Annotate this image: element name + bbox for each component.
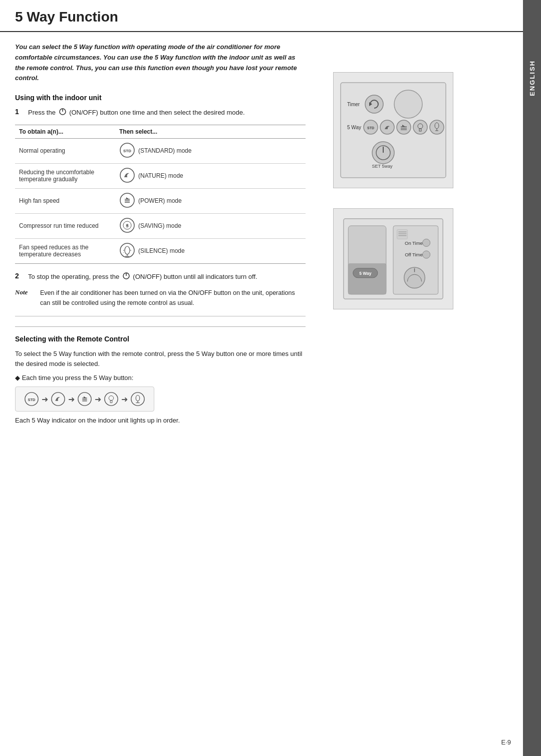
remote-section: Selecting with the Remote Control To sel… [15, 335, 306, 424]
power-mode-label: (POWER) mode [138, 197, 182, 204]
content-layout: You can select the 5 Way function with o… [0, 32, 523, 434]
table-row: Fan speed reduces as the temperature dec… [15, 238, 306, 263]
seq-silence-icon [130, 391, 146, 407]
svg-point-24 [52, 393, 65, 406]
seq-power-icon [77, 391, 93, 407]
end-text: Each 5 Way indicator on the indoor unit … [15, 417, 306, 424]
section1-heading: Using with the indoor unit [15, 94, 306, 102]
page-container: 5 Way Function You can select the 5 Way … [0, 0, 541, 756]
svg-point-31 [109, 396, 113, 401]
step1-container: 1 Press the (ON/OFF) button one time and… [15, 108, 306, 119]
svg-line-19 [123, 252, 124, 253]
language-label: ENGLISH [528, 60, 536, 96]
step1-text: Press the (ON/OFF) button one time and t… [28, 108, 245, 119]
intro-text: You can select the 5 Way function with o… [15, 42, 306, 84]
mode-table: To obtain a(n)... Then select... Normal … [15, 125, 306, 264]
page-number: E·9 [501, 738, 511, 746]
seq-nature-icon [50, 391, 66, 407]
svg-point-38 [365, 95, 383, 113]
svg-text:Timer: Timer [347, 102, 360, 107]
language-sidebar: ENGLISH [523, 0, 541, 756]
svg-text:$: $ [126, 223, 128, 228]
seq-std-icon: STD [24, 391, 40, 407]
table-cell-mode: STD (STANDARD) mode [115, 138, 306, 163]
svg-point-25 [78, 393, 91, 406]
svg-point-30 [105, 393, 118, 406]
table-cell-mode: $ (SAVING) mode [115, 213, 306, 238]
step2-area: 2 To stop the operating, press the (ON/O… [15, 272, 306, 283]
step1-number: 1 [15, 108, 24, 116]
svg-point-4 [120, 168, 134, 182]
table-cell-mode: (NATURE) mode [115, 163, 306, 188]
svg-point-70 [423, 251, 430, 258]
arrow4: ➜ [121, 395, 128, 404]
svg-rect-73 [397, 229, 408, 239]
arrow2: ➜ [68, 395, 75, 404]
seq-saving-icon [103, 391, 119, 407]
remote-control-image-box: 5 Way On Timer Off Timer [333, 208, 453, 309]
table-cell-condition: High fan speed [15, 188, 115, 213]
table-row: Compressor run time reduced $ [15, 213, 306, 238]
table-cell-condition: Compressor run time reduced [15, 213, 115, 238]
svg-point-32 [131, 393, 144, 406]
svg-point-5 [120, 193, 134, 207]
table-row: Normal operating STD (STA [15, 138, 306, 163]
note-text: Even if the air conditioner has been tur… [40, 288, 306, 308]
svg-text:SET 5way: SET 5way [372, 164, 393, 169]
title-bar: 5 Way Function [0, 0, 523, 32]
indoor-unit-diagram: Timer 5 Way STD [338, 80, 448, 180]
nature-mode-icon [119, 167, 135, 185]
step2-container: 2 To stop the operating, press the (ON/O… [15, 272, 306, 283]
silence-mode-icon [119, 242, 135, 260]
main-content: 5 Way Function You can select the 5 Way … [0, 0, 523, 756]
power-mode-icon [119, 192, 135, 210]
svg-text:STD: STD [123, 149, 131, 153]
arrow1: ➜ [42, 395, 48, 404]
svg-text:On Timer: On Timer [405, 240, 424, 246]
standard-mode-label: (STANDARD) mode [138, 147, 191, 154]
svg-point-33 [136, 396, 140, 401]
svg-point-53 [430, 120, 444, 134]
bullet-item: ◆ Each time you press the 5 Way button: [15, 374, 306, 382]
svg-point-50 [413, 120, 427, 134]
table-header-col2: Then select... [115, 125, 306, 138]
step2-text: To stop the operating, press the (ON/OFF… [28, 272, 257, 283]
table-cell-condition: Reducing the uncomfortable temperature g… [15, 163, 115, 188]
section-divider [15, 326, 306, 327]
silence-mode-label: (SILENCE) mode [138, 247, 185, 254]
indoor-unit-image-box: Timer 5 Way STD [333, 72, 453, 188]
svg-text:5 Way: 5 Way [359, 271, 372, 276]
page-title: 5 Way Function [15, 9, 508, 25]
svg-point-40 [394, 90, 422, 118]
step2-number: 2 [15, 272, 24, 280]
svg-text:STD: STD [367, 126, 374, 130]
onoff-icon-inline [59, 108, 67, 119]
table-cell-mode: (POWER) mode [115, 188, 306, 213]
nature-mode-label: (NATURE) mode [138, 172, 183, 179]
svg-point-68 [423, 239, 430, 246]
section2-heading: Selecting with the Remote Control [15, 335, 306, 343]
right-panel: Timer 5 Way STD [321, 32, 471, 434]
svg-text:Off Timer: Off Timer [405, 252, 424, 257]
onoff-icon-step2 [122, 272, 130, 283]
remote-text: To select the 5 Way function with the re… [15, 349, 306, 369]
table-cell-condition: Fan speed reduces as the temperature dec… [15, 238, 115, 263]
table-row: High fan speed [15, 188, 306, 213]
table-row: Reducing the uncomfortable temperature g… [15, 163, 306, 188]
svg-text:5 Way: 5 Way [347, 125, 361, 130]
svg-point-14 [125, 246, 130, 254]
svg-point-45 [397, 120, 411, 134]
standard-mode-icon: STD [119, 142, 135, 160]
saving-mode-label: (SAVING) mode [138, 222, 181, 229]
table-header-col1: To obtain a(n)... [15, 125, 115, 138]
remote-control-diagram: 5 Way On Timer Off Timer [338, 216, 448, 301]
arrow3: ➜ [95, 395, 101, 404]
saving-mode-icon: $ [119, 217, 135, 235]
table-cell-mode: (SILENCE) mode [115, 238, 306, 263]
arrow-sequence: STD ➜ ➜ [15, 387, 154, 412]
left-content: You can select the 5 Way function with o… [0, 32, 321, 434]
svg-text:STD: STD [28, 398, 36, 402]
note-label: Note [15, 288, 35, 308]
note-area: Note Even if the air conditioner has bee… [15, 288, 306, 316]
table-cell-condition: Normal operating [15, 138, 115, 163]
